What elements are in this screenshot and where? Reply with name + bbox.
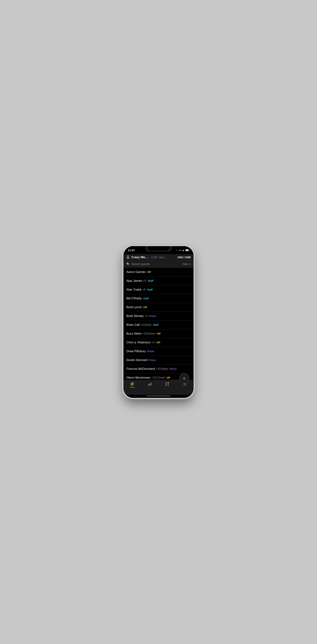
guest-row[interactable]: Brett LynchVIP: [123, 303, 194, 312]
guest-name: Brett Stimely: [126, 314, 144, 318]
guest-name: Buzz Aldrin: [126, 332, 142, 336]
menu-icon[interactable]: ☰: [126, 256, 130, 259]
guest-free: (free): [148, 332, 155, 336]
guest-badge: Press: [147, 350, 154, 353]
guest-badge: VIP: [143, 306, 147, 309]
guest-name: Aaron Garrido: [126, 270, 146, 274]
filter-button[interactable]: Filter ▾: [183, 262, 191, 266]
search-icon: 🔍: [126, 262, 130, 266]
stats-icon: [148, 382, 152, 387]
tab-list[interactable]: [123, 382, 141, 388]
guest-plus-count: +10: [156, 367, 161, 371]
svg-rect-3: [131, 385, 132, 386]
guest-badge: Press: [170, 367, 177, 371]
svg-rect-4: [148, 384, 149, 386]
guest-plus-count: +2: [144, 314, 148, 318]
guest-name: Glenn Morshower: [126, 376, 150, 380]
guest-row[interactable]: Brian Call +4 (free)Staff: [123, 320, 194, 329]
phone-frame: 11:47 ▲ ☰ Crazy Wedn...: [123, 246, 194, 398]
guest-plus-count: +4: [140, 323, 144, 327]
search-placeholder: Search guests: [131, 262, 150, 266]
guest-row[interactable]: Drew PillsburyPress: [123, 347, 194, 356]
guest-name: Frances McDormand: [126, 367, 155, 371]
svg-rect-10: [166, 383, 166, 383]
guest-row[interactable]: Ajay James +5Staff: [123, 276, 194, 285]
guest-plus-count: +20: [142, 332, 148, 336]
add-guest-button[interactable]: +: [179, 374, 189, 384]
phone-inner: 11:47 ▲ ☰ Crazy Wedn...: [123, 246, 194, 398]
event-date: 11/25: [151, 256, 157, 259]
guest-name: Bill O'Reilly: [126, 297, 142, 300]
guest-row[interactable]: Aaron GarridoVIP: [123, 268, 194, 276]
svg-rect-2: [131, 384, 134, 385]
guest-free: (free): [144, 323, 151, 327]
guest-name: Alan Tudyk: [126, 288, 141, 292]
event-view: My v...: [159, 256, 166, 259]
signal-icon: [176, 250, 181, 251]
plus-icon: +: [183, 376, 186, 381]
guest-badge: Staff: [148, 279, 153, 283]
chevron-down-icon: ▾: [189, 262, 191, 266]
list-icon: [130, 382, 134, 388]
svg-rect-6: [151, 382, 151, 386]
guest-badge: Press: [149, 358, 156, 362]
guest-plus-count: +5: [142, 288, 146, 292]
guest-badge: VIP: [157, 332, 161, 336]
event-title: Crazy Wedn...: [131, 256, 149, 259]
filter-label: Filter: [183, 262, 189, 266]
guest-plus-count: +2: [151, 341, 155, 344]
guest-name: Brian Call: [126, 323, 140, 327]
app-header: ☰ Crazy Wedn... 11/25 My v... 1002 / 230…: [123, 254, 194, 261]
guest-badge: Staff: [143, 297, 149, 300]
guest-row[interactable]: Bill O'ReillyStaff: [123, 294, 194, 303]
svg-rect-12: [166, 385, 166, 385]
status-icons: ▲: [176, 249, 190, 252]
status-time: 11:47: [128, 249, 135, 252]
svg-rect-1: [131, 384, 134, 384]
guest-name: Dustin Dennard: [126, 358, 148, 362]
guest-badge: VIP: [147, 270, 151, 274]
guest-row[interactable]: Alan Tudyk +5Staff: [123, 285, 194, 294]
tab-stats[interactable]: [141, 382, 159, 387]
search-input-wrap[interactable]: 🔍 Search guests: [126, 262, 183, 266]
tab-scan[interactable]: [158, 382, 176, 387]
guest-row[interactable]: Chris a. Robinson +2VIP: [123, 338, 194, 347]
guest-plus-count: +5: [143, 279, 146, 283]
svg-rect-5: [149, 384, 150, 386]
guest-row[interactable]: Frances McDormand +10 (free)Press: [123, 364, 194, 374]
guest-free: (free): [161, 367, 169, 371]
guest-name: Chris a. Robinson: [126, 341, 151, 344]
guest-badge: VIP: [156, 341, 160, 344]
home-indicator: [146, 396, 171, 396]
guest-badge: VIP: [166, 376, 170, 380]
guest-free: (2 free): [155, 376, 165, 380]
guest-badge: Staff: [147, 288, 153, 292]
guest-name: Drew Pillsbury: [126, 350, 146, 353]
guest-badge: Staff: [153, 323, 158, 327]
scan-icon: [165, 382, 169, 387]
battery-icon: [185, 249, 190, 251]
svg-rect-0: [131, 382, 134, 383]
guest-name: Ajay James: [126, 279, 142, 283]
wifi-icon: ▲: [182, 249, 184, 252]
svg-rect-11: [168, 383, 169, 383]
guest-name: Brett Lynch: [126, 306, 142, 309]
guest-list: Aaron GarridoVIPAjay James +5StaffAlan T…: [123, 268, 194, 380]
guest-row[interactable]: Brett Stimely +2Press: [123, 312, 194, 320]
notch: [145, 246, 172, 252]
svg-point-15: [184, 384, 185, 384]
guest-row[interactable]: Dustin DennardPress: [123, 356, 194, 364]
guest-badge: Press: [149, 314, 156, 318]
guest-row[interactable]: Buzz Aldrin +20 (free)VIP: [123, 329, 194, 338]
guest-count: 1002 / 2308: [177, 256, 191, 259]
guest-plus-count: +3: [151, 376, 155, 380]
search-bar: 🔍 Search guests Filter ▾: [123, 261, 194, 268]
